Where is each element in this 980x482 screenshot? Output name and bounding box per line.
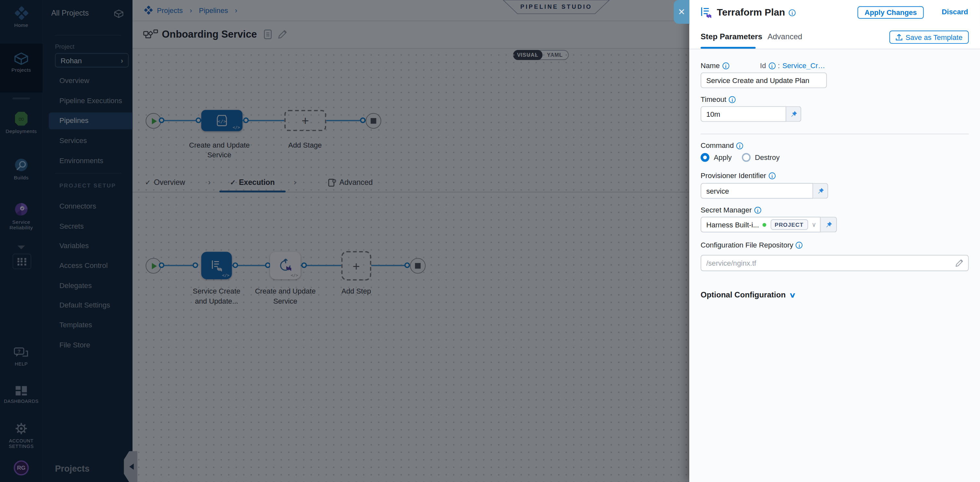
step-id: Id : Service_Cre... <box>760 62 826 70</box>
timeout-input[interactable]: 10m <box>701 106 786 122</box>
pin-icon <box>816 187 824 195</box>
drawer-header: Terraform Plan Apply Changes Discard <box>689 0 980 25</box>
form-divider <box>701 134 969 134</box>
info-icon[interactable] <box>736 142 743 149</box>
terraform-plan-icon <box>699 6 713 19</box>
tab-advanced[interactable]: Advanced <box>767 32 802 41</box>
status-dot <box>763 223 767 227</box>
step-config-drawer: Terraform Plan Apply Changes Discard Ste… <box>689 0 980 482</box>
config-file-repository-input[interactable]: /service/nginx.tf <box>701 255 969 271</box>
name-label: Name <box>701 62 729 70</box>
step-parameters-form: Name Id : Service_Cre... Service Create … <box>689 49 980 482</box>
info-icon[interactable] <box>769 172 776 179</box>
chevron-down-icon: ∨ <box>811 221 816 228</box>
secret-manager-select[interactable]: Harness Built-i... PROJECT ∨ <box>701 217 821 232</box>
pin-icon <box>824 221 832 228</box>
pin-icon <box>790 110 797 118</box>
info-icon[interactable] <box>796 241 802 248</box>
scope-badge: PROJECT <box>770 219 808 230</box>
step-id-value[interactable]: Service_Cre... <box>783 62 826 70</box>
command-radio-group: Apply Destroy <box>701 153 780 162</box>
app-root: Home Projects ∞ Deployments Builds <box>0 0 980 482</box>
provisioner-identifier-label: Provisioner Identifier <box>701 172 776 179</box>
upload-icon <box>896 34 902 41</box>
provisioner-pin-button[interactable] <box>813 183 828 198</box>
drawer-backdrop[interactable] <box>0 0 689 482</box>
name-input[interactable]: Service Create and Update Plan <box>701 72 827 88</box>
timeout-pin-button[interactable] <box>786 106 801 122</box>
config-file-repository-label: Configuration File Repository <box>701 241 803 249</box>
info-icon[interactable] <box>754 207 761 213</box>
info-icon[interactable] <box>768 62 775 69</box>
close-icon: ✕ <box>678 7 685 17</box>
secret-manager-pin-button[interactable] <box>821 217 837 232</box>
optional-configuration-toggle[interactable]: Optional Configuration ∨ <box>701 291 795 300</box>
command-label: Command <box>701 142 743 149</box>
drawer-tabs: Step Parameters Advanced Save as Templat… <box>689 25 980 49</box>
discard-button[interactable]: Discard <box>942 8 968 16</box>
drawer-title: Terraform Plan <box>717 7 785 18</box>
info-icon[interactable] <box>789 10 796 16</box>
provisioner-identifier-input[interactable]: service <box>701 183 813 198</box>
timeout-label: Timeout <box>701 96 736 103</box>
secret-manager-label: Secret Manager <box>701 206 761 214</box>
apply-changes-button[interactable]: Apply Changes <box>858 6 924 19</box>
info-icon[interactable] <box>729 96 736 103</box>
info-icon[interactable] <box>722 62 729 69</box>
radio-destroy[interactable] <box>742 153 751 162</box>
save-as-template-button[interactable]: Save as Template <box>889 30 969 43</box>
drawer-close-button[interactable]: ✕ <box>674 0 689 24</box>
chevron-down-icon: ∨ <box>789 291 796 299</box>
radio-apply[interactable] <box>701 153 710 162</box>
tab-step-parameters[interactable]: Step Parameters <box>701 32 762 41</box>
edit-pencil-icon[interactable] <box>955 259 963 267</box>
